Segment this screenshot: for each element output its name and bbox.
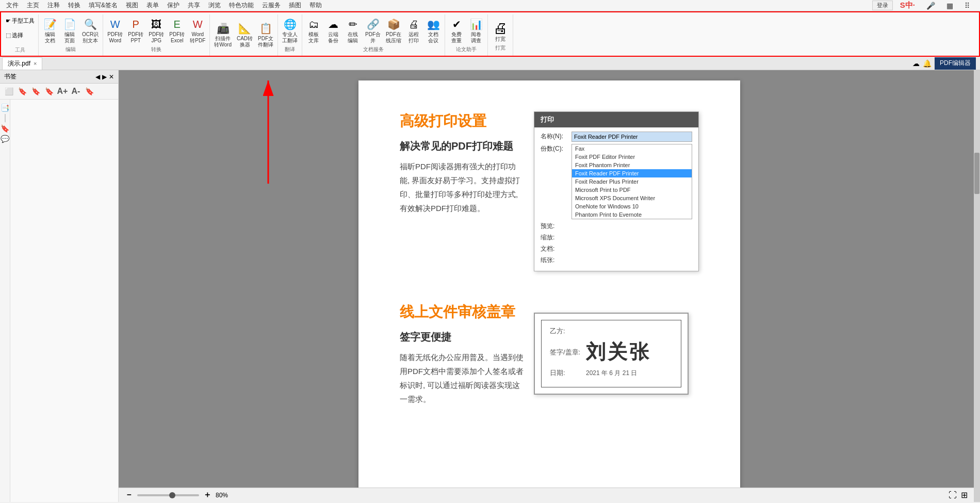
cad-converter-button[interactable]: 📐 CAD转 换器 xyxy=(235,21,255,49)
printer-item-evernote[interactable]: Phantom Print to Evernote xyxy=(572,210,692,219)
sidebar-tool-3[interactable]: 🔖 xyxy=(30,86,41,97)
menu-browse[interactable]: 浏览 xyxy=(204,0,225,11)
scan-file-button[interactable]: 📠 扫描件 转Word xyxy=(212,21,234,49)
printer-item-ms-pdf[interactable]: Microsoft Print to PDF xyxy=(572,186,692,194)
printer-name-field[interactable]: Foxit Reader PDF Printer xyxy=(571,132,692,142)
menu-sign[interactable]: 填写&签名 xyxy=(85,0,122,11)
sidebar-panel-icon-1[interactable]: 📑 xyxy=(1,104,9,112)
check-label: 免费 查重 xyxy=(451,31,462,44)
pdf-to-excel-button[interactable]: E PDF转 Excel xyxy=(167,17,187,45)
cad-label: CAD转 换器 xyxy=(237,36,253,48)
paper-label: 纸张: xyxy=(541,255,571,265)
pdf-to-word-button[interactable]: W PDF转 Word xyxy=(105,17,125,45)
sidebar-tool-6[interactable]: A- xyxy=(70,86,81,97)
scan-group: 📠 扫描件 转Word 📐 CAD转 换器 📋 PDF文 件翻译 xyxy=(210,14,278,56)
cloud-icon: ☁ xyxy=(327,18,339,30)
menu-plugin[interactable]: 插图 xyxy=(285,0,305,11)
menu-view[interactable]: 视图 xyxy=(122,0,142,11)
hand-tool-button[interactable]: ☛ 手型工具 xyxy=(4,17,36,25)
remote-print-icon: 🖨 xyxy=(407,18,420,30)
select-tool-button[interactable]: ⬚ 选择 xyxy=(4,31,36,40)
signin-button[interactable]: 登录 xyxy=(872,1,893,10)
pdf-file-icon: 📋 xyxy=(259,22,272,35)
menu-file[interactable]: 文件 xyxy=(2,0,23,11)
sidebar-nav-prev[interactable]: ◀ xyxy=(95,73,100,80)
menu-help[interactable]: 帮助 xyxy=(305,0,326,11)
sidebar-tool-7[interactable]: 🔖 xyxy=(84,86,95,97)
menu-cloud[interactable]: 云服务 xyxy=(258,0,285,11)
printer-item-xps[interactable]: Microsoft XPS Document Writer xyxy=(572,194,692,202)
printer-item-fax[interactable]: Fax xyxy=(572,144,692,153)
edit-doc-icon: 📝 xyxy=(44,18,56,30)
scroll-thumb[interactable] xyxy=(974,153,979,194)
printer-item-editor[interactable]: Foxit PDF Editor Printer xyxy=(572,153,692,161)
pdf-to-jpg-label: PDF转 JPG xyxy=(149,31,164,44)
zoom-out-button[interactable]: － xyxy=(125,490,133,500)
section1-body: 福昕PDF阅读器拥有强大的打印功能, 界面友好易于学习。支持虚拟打印、批量打印等… xyxy=(400,159,524,215)
menu-home[interactable]: 主页 xyxy=(23,0,43,11)
pdf-viewer[interactable]: 高级打印设置 解决常见的PDF打印难题 福昕PDF阅读器拥有强大的打印功能, 界… xyxy=(119,70,980,502)
pdf-merge-button[interactable]: 🔗 PDF合 并 xyxy=(363,17,383,45)
zoom-label: 缩放: xyxy=(541,233,571,242)
free-check-button[interactable]: ✔ 免费 查重 xyxy=(447,17,466,45)
printer-item-phantom[interactable]: Foxit Phantom Printer xyxy=(572,161,692,169)
zoom-slider-thumb[interactable] xyxy=(169,492,175,498)
menu-convert[interactable]: 转换 xyxy=(64,0,85,11)
scrollbar[interactable] xyxy=(974,70,980,502)
doc-label: 文档: xyxy=(541,244,571,253)
fit-page-icon[interactable]: ⊞ xyxy=(961,490,968,500)
pdf-to-jpg-button[interactable]: 🖼 PDF转 JPG xyxy=(146,17,166,45)
screen-icon[interactable]: ▦ xyxy=(942,1,957,11)
sidebar-panel-icon-4[interactable]: 💬 xyxy=(1,135,9,143)
menu-share[interactable]: 共享 xyxy=(184,0,204,11)
zoom-slider-track[interactable] xyxy=(137,494,199,496)
pdf-editor-button[interactable]: PDF编辑器 xyxy=(935,57,976,70)
menu-annotation[interactable]: 注释 xyxy=(43,0,64,11)
pdf-tab[interactable]: 演示.pdf × xyxy=(2,57,42,70)
mic-icon[interactable]: 🎤 xyxy=(922,1,939,11)
zoom-in-button[interactable]: ＋ xyxy=(203,490,211,500)
menu-form[interactable]: 表单 xyxy=(142,0,163,11)
dots-icon[interactable]: ⠿ xyxy=(960,1,974,11)
sidebar-tool-2[interactable]: 🔖 xyxy=(17,86,28,97)
ocr-icon: 🔍 xyxy=(84,18,96,30)
printer-item-onenote[interactable]: OneNote for Windows 10 xyxy=(572,202,692,210)
meeting-button[interactable]: 👥 文档 会议 xyxy=(424,17,443,45)
tab-bar: 演示.pdf × ☁ 🔔 PDF编辑器 xyxy=(0,57,980,70)
section1-title: 高级打印设置 xyxy=(400,111,524,131)
online-edit-button[interactable]: ✏ 在线 编辑 xyxy=(344,17,362,45)
pro-translate-button[interactable]: 🌐 专业人 工翻译 xyxy=(280,17,300,45)
sidebar-nav-next[interactable]: ▶ xyxy=(102,73,107,80)
tools-group-label: 工具 xyxy=(4,46,36,54)
fullscreen-button[interactable]: ⛶ xyxy=(949,491,957,500)
pdf-to-ppt-button[interactable]: P PDF转 PPT xyxy=(126,17,145,45)
menu-special[interactable]: 特色功能 xyxy=(225,0,258,11)
word-to-pdf-button[interactable]: W Word 转PDF xyxy=(188,17,207,45)
reading-check-button[interactable]: 📊 阅卷 调查 xyxy=(467,17,485,45)
printer-item-plus[interactable]: Foxit Reader Plus Printer xyxy=(572,177,692,186)
remote-print-button[interactable]: 🖨 远程 打印 xyxy=(404,17,423,45)
pdf-file-button[interactable]: 📋 PDF文 件翻译 xyxy=(256,21,275,49)
sidebar-tool-4[interactable]: 🔖 xyxy=(43,86,55,97)
notification-icon[interactable]: 🔔 xyxy=(923,59,932,68)
tab-close-button[interactable]: × xyxy=(34,60,37,67)
sidebar-close-button[interactable]: ✕ xyxy=(109,73,114,80)
compress-button[interactable]: 📦 PDF在 线压缩 xyxy=(384,17,403,45)
sidebar-tool-1[interactable]: ⬜ xyxy=(3,86,14,97)
sogou-logo: S中· xyxy=(896,0,919,11)
print-button[interactable]: 🖨 打宽 xyxy=(490,19,511,43)
sidebar-panel-icon-2[interactable] xyxy=(5,114,6,122)
cloud-backup-button[interactable]: ☁ 云端 备份 xyxy=(324,17,342,45)
ocr-button[interactable]: 🔍 OCR识 别文本 xyxy=(80,17,101,45)
scholar-group-label: 论文助手 xyxy=(456,46,477,53)
printer-item-reader[interactable]: Foxit Reader PDF Printer xyxy=(572,169,692,177)
menu-protect[interactable]: 保护 xyxy=(163,0,184,11)
pdf-to-jpg-icon: 🖼 xyxy=(150,18,162,30)
edit-page-button[interactable]: 📄 编辑 页面 xyxy=(60,17,79,45)
sidebar-panel-icon-3[interactable]: 🔖 xyxy=(1,124,9,133)
printer-list[interactable]: Fax Foxit PDF Editor Printer Foxit Phant… xyxy=(571,144,692,219)
template-button[interactable]: 🗂 模板 文库 xyxy=(304,17,323,45)
edit-doc-button[interactable]: 📝 编辑 文档 xyxy=(41,17,59,45)
sidebar-tool-5[interactable]: A+ xyxy=(57,86,68,97)
convert-group: W PDF转 Word P PDF转 PPT 🖼 PDF转 JPG E PDF转… xyxy=(103,14,210,56)
